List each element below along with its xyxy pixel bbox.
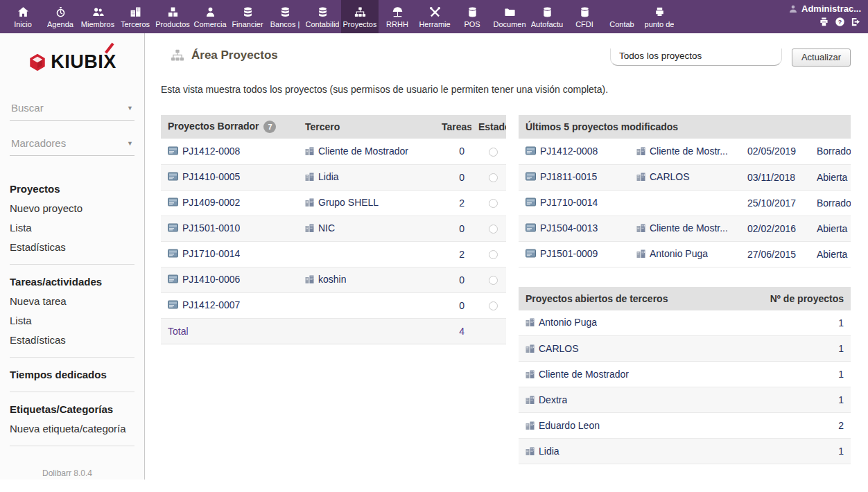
thirdparty-link[interactable]: Antonio Puga (526, 317, 597, 328)
sidebar-item-estadisticas-proyectos[interactable]: Estadísticas (10, 241, 144, 253)
project-link[interactable]: PJ1409-0002 (168, 197, 240, 208)
top-menu-item[interactable]: CFDI (566, 0, 603, 33)
divider (10, 392, 134, 392)
top-menu-item[interactable]: Inicio (4, 0, 42, 33)
help-icon[interactable]: ? (835, 17, 845, 27)
project-link[interactable]: PJ1501-0009 (526, 248, 598, 259)
user-name-label: Administrac... (801, 3, 861, 14)
recent-project-row: PJ1501-0009 Antonio Puga 27/06/2015 Abie… (519, 241, 851, 267)
recent-project-row: PJ1710-0014 25/10/2017 Borrador (519, 190, 851, 216)
top-menu-item[interactable]: Bancos | (266, 0, 304, 33)
top-menu-item[interactable]: punto de (641, 0, 678, 33)
top-menu-item[interactable]: Comercia (191, 0, 229, 33)
thirdparty-link[interactable]: Cliente de Mostrador (526, 369, 629, 380)
project-icon (168, 172, 178, 181)
sidebar-item-lista-tareas[interactable]: Lista (10, 315, 144, 326)
project-link[interactable]: PJ1410-0005 (168, 171, 240, 182)
sidebar-item-nueva-etiqueta[interactable]: Nueva etiqueta/categoría (10, 423, 144, 434)
bookmarks-dropdown[interactable]: Marcadores ▼ (10, 132, 134, 156)
thirdparty-link[interactable]: Cliente de Mostr... (636, 222, 728, 234)
sidebar-item-estadisticas-tareas[interactable]: Estadísticas (10, 334, 144, 346)
print-icon[interactable] (819, 17, 829, 27)
dolibarr-version: Dolibarr 8.0.4 (0, 468, 144, 478)
project-icon (168, 300, 178, 309)
sidebar-item-lista-proyectos[interactable]: Lista (10, 222, 144, 234)
status-circle-icon (489, 250, 498, 259)
company-icon (305, 224, 314, 232)
company-icon (526, 396, 535, 404)
company-icon (526, 421, 535, 430)
thirdparty-link[interactable]: Antonio Puga (636, 248, 708, 259)
sidebar-item-nueva-tarea[interactable]: Nueva tarea (10, 295, 144, 307)
user-menu[interactable]: Administrac... (788, 3, 861, 14)
project-link[interactable]: PJ1412-0007 (168, 299, 240, 310)
project-link[interactable]: PJ1412-0008 (526, 146, 598, 157)
thirdparty-link[interactable]: NIC (305, 222, 335, 234)
project-link[interactable]: PJ1412-0008 (168, 146, 240, 157)
top-menu-item[interactable]: Contab (603, 0, 641, 33)
thirdparty-link[interactable]: CARLOS (636, 171, 690, 182)
top-menu-item[interactable]: POS (453, 0, 491, 33)
draft-project-row: PJ1501-0010 NIC 0 (161, 216, 506, 241)
top-menu-item[interactable]: RRHH (379, 0, 416, 33)
project-filter-select[interactable]: Todos los proyectos (610, 49, 782, 66)
user-block: Administrac... ? (788, 0, 868, 33)
open-project-row: Antonio Puga 1 (519, 310, 851, 336)
sidebar-section-proyectos[interactable]: Proyectos (10, 183, 144, 195)
status-circle-icon (489, 225, 498, 234)
top-menu-item[interactable]: Financier (229, 0, 266, 33)
kiubix-logo[interactable]: KIUBIX (0, 33, 144, 96)
thirdparties-icon (130, 6, 141, 18)
search-dropdown[interactable]: Buscar ▼ (10, 96, 134, 121)
draft-project-row: PJ1409-0002 Grupo SHELL 2 (161, 190, 506, 216)
database-icon (541, 6, 553, 18)
project-link[interactable]: PJ1504-0013 (526, 222, 598, 234)
company-icon (526, 344, 535, 353)
thirdparty-link[interactable]: Eduardo Leon (526, 420, 600, 431)
top-menu-item[interactable]: Miembros (79, 0, 116, 33)
top-menu-item[interactable]: Contabilid (304, 0, 341, 33)
chevron-down-icon: ▼ (127, 105, 133, 112)
sidebar-item-nuevo-proyecto[interactable]: Nuevo proyecto (10, 202, 144, 214)
thirdparty-link[interactable]: koshin (305, 274, 346, 285)
thirdparty-link[interactable]: Grupo SHELL (305, 197, 379, 208)
count-badge: 7 (263, 121, 276, 133)
top-menu-item[interactable]: Autofactu (528, 0, 566, 33)
logo-x: X (103, 51, 116, 72)
sidebar-section-tiempos[interactable]: Tiempos dedicados (10, 369, 144, 380)
thirdparty-link[interactable]: Cliente de Mostrador (305, 146, 408, 157)
open-table-title-header: Proyectos abiertos de terceros (519, 287, 761, 310)
thirdparty-link[interactable]: Lidia (526, 446, 559, 457)
database-icon (467, 6, 478, 18)
top-menu-item[interactable]: Proyectos (341, 0, 379, 33)
bank-icon (279, 6, 291, 18)
sidebar-section-tareas[interactable]: Tareas/actividades (10, 276, 144, 288)
thirdparty-link[interactable]: CARLOS (526, 343, 579, 354)
modified-date: 02/02/2016 (740, 216, 810, 241)
thirdparty-link[interactable]: Lidia (305, 171, 339, 182)
top-menu-item[interactable]: Terceros (116, 0, 154, 33)
project-icon (526, 197, 536, 207)
top-menu-item[interactable]: Herramie (416, 0, 453, 33)
project-link[interactable]: PJ1710-0014 (168, 248, 240, 259)
recent-project-row: PJ1811-0015 CARLOS 03/11/2018 Abierta (519, 164, 851, 190)
sidebar-section-etiquetas[interactable]: Etiquetas/Categorías (10, 403, 144, 415)
top-menu-item[interactable]: Productos (154, 0, 191, 33)
draft-table-title-header: Proyectos Borrador7 (161, 115, 298, 139)
project-icon (526, 146, 536, 155)
refresh-button[interactable]: Actualizar (792, 49, 851, 67)
project-link[interactable]: PJ1410-0006 (168, 274, 240, 285)
thirdparty-link[interactable]: Dextra (526, 394, 567, 405)
top-menu-item[interactable]: Agenda (42, 0, 79, 33)
project-icon (168, 197, 178, 207)
project-count: 1 (761, 439, 851, 464)
project-link[interactable]: PJ1811-0015 (526, 171, 597, 182)
commerce-icon (205, 6, 216, 18)
logout-icon[interactable] (851, 17, 861, 27)
top-menu-item[interactable]: Documen (491, 0, 528, 33)
thirdparty-link[interactable]: Cliente de Mostr... (636, 146, 728, 157)
coins-icon (242, 6, 254, 18)
project-link[interactable]: PJ1710-0014 (526, 197, 598, 208)
open-project-row: Cliente de Mostrador 1 (519, 362, 851, 387)
project-link[interactable]: PJ1501-0010 (168, 222, 240, 234)
